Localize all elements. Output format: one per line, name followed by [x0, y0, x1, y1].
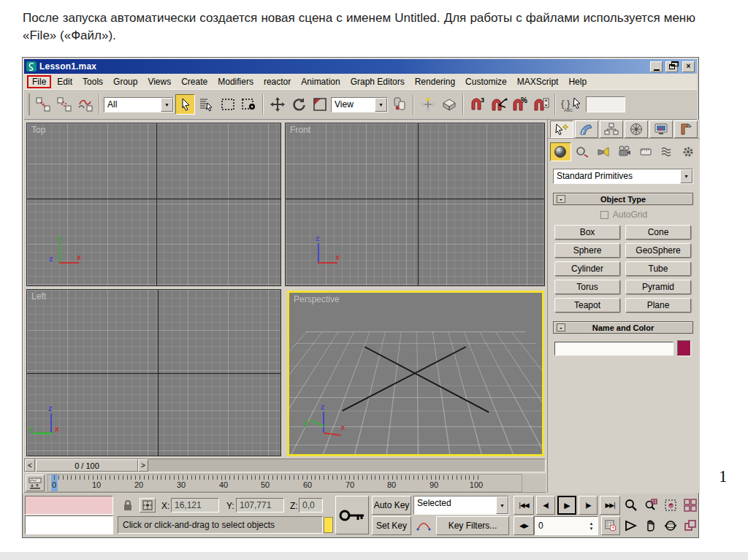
object-name-input[interactable]: [554, 342, 673, 356]
spinner-down-icon[interactable]: ▼: [589, 526, 594, 531]
menu-item-animation[interactable]: Animation: [296, 75, 345, 88]
track-bar-ruler[interactable]: 0 10 20 30 40 50 60 70 80 90 100: [47, 474, 522, 492]
cylinder-button[interactable]: Cylinder: [554, 261, 620, 276]
viewport-left-label[interactable]: Left: [31, 291, 46, 302]
field-of-view-button[interactable]: [622, 516, 641, 535]
menu-item-help[interactable]: Help: [563, 75, 592, 88]
menu-item-tools[interactable]: Tools: [77, 75, 108, 88]
time-slider-handle[interactable]: 0 / 100: [36, 459, 138, 472]
menu-item-group[interactable]: Group: [108, 75, 142, 88]
notification-icon[interactable]: [324, 517, 333, 533]
x-coord-field[interactable]: 16,121: [171, 498, 219, 513]
time-configuration-button[interactable]: [601, 516, 620, 535]
select-and-rotate-button[interactable]: [289, 94, 308, 115]
tab-motion[interactable]: [625, 120, 648, 138]
select-and-manipulate-button[interactable]: [418, 94, 438, 115]
edit-named-selections-button[interactable]: { }ABC: [560, 94, 584, 115]
menu-item-views[interactable]: Views: [142, 75, 176, 88]
collapse-icon[interactable]: -: [557, 195, 565, 203]
category-space-warps-button[interactable]: [657, 142, 676, 161]
unlink-button[interactable]: [54, 94, 74, 115]
go-to-start-button[interactable]: |◀◀: [514, 496, 534, 515]
category-helpers-button[interactable]: [636, 142, 655, 161]
key-mode-toggle[interactable]: ◀▶: [514, 516, 534, 535]
macro-recorder-line[interactable]: [25, 496, 113, 515]
use-center-button[interactable]: [389, 94, 409, 115]
z-coord-field[interactable]: 0,0: [299, 498, 323, 513]
zoom-extents-button[interactable]: [661, 496, 680, 515]
angle-snap-toggle-button[interactable]: [489, 94, 508, 115]
object-color-swatch[interactable]: [677, 340, 691, 356]
reference-coordinate-dropdown[interactable]: View ▼: [331, 97, 388, 112]
zoom-button[interactable]: [622, 496, 641, 515]
viewport-left[interactable]: Left z y x: [26, 289, 281, 456]
viewport-perspective-label[interactable]: Perspective: [294, 294, 340, 304]
dropdown-arrow-icon[interactable]: ▼: [496, 496, 508, 514]
close-button[interactable]: ×: [682, 61, 695, 72]
maxscript-listener-line[interactable]: [25, 515, 113, 534]
toolbar-drag-handle[interactable]: [28, 93, 30, 115]
spinner-up-icon[interactable]: ▲: [589, 521, 594, 526]
snap-toggle-button[interactable]: 3: [468, 94, 487, 115]
menu-item-customize[interactable]: Customize: [460, 75, 512, 88]
menu-item-reactor[interactable]: reactor: [259, 75, 296, 88]
zoom-extents-all-button[interactable]: [681, 496, 700, 515]
minimize-button[interactable]: [650, 61, 663, 72]
title-bar[interactable]: Lesson1.max ×: [24, 59, 697, 74]
restore-button[interactable]: [665, 61, 678, 72]
menu-item-edit[interactable]: Edit: [52, 75, 77, 88]
tab-hierarchy[interactable]: [600, 120, 623, 138]
window-crossing-toggle-button[interactable]: [239, 94, 259, 115]
menu-item-modifiers[interactable]: Modifiers: [213, 75, 259, 88]
tab-display[interactable]: [649, 120, 673, 138]
menu-item-file[interactable]: File: [27, 75, 51, 88]
teapot-button[interactable]: Teapot: [554, 298, 620, 312]
link-button[interactable]: [33, 94, 53, 115]
select-and-scale-button[interactable]: [310, 94, 329, 115]
dropdown-arrow-icon[interactable]: ▼: [375, 98, 387, 112]
selection-lock-toggle[interactable]: [120, 498, 136, 513]
set-keys-button[interactable]: [335, 496, 369, 534]
menu-item-create[interactable]: Create: [176, 75, 213, 88]
y-coord-field[interactable]: 107,771: [236, 498, 284, 513]
arc-rotate-button[interactable]: [661, 516, 680, 535]
track-bar[interactable]: 0 10 20 30 40 50 60 70 80 90 100: [24, 474, 546, 493]
menu-item-graph-editors[interactable]: Graph Editors: [346, 75, 410, 88]
default-in-out-tangents-button[interactable]: [413, 516, 433, 535]
menu-item-maxscript[interactable]: MAXScript: [512, 75, 564, 88]
next-frame-button[interactable]: |▶: [579, 496, 598, 515]
play-button[interactable]: ▶: [557, 496, 576, 515]
open-mini-curve-editor-button[interactable]: [26, 475, 45, 491]
autogrid-checkbox[interactable]: [600, 211, 608, 219]
pyramid-button[interactable]: Pyramid: [625, 280, 691, 294]
tube-button[interactable]: Tube: [625, 261, 691, 276]
min-max-toggle-button[interactable]: [681, 516, 700, 535]
tab-create[interactable]: [550, 120, 573, 138]
keyboard-override-toggle-button[interactable]: [439, 94, 459, 115]
previous-frame-arrow[interactable]: <: [25, 459, 35, 472]
torus-button[interactable]: Torus: [554, 280, 620, 294]
go-to-end-button[interactable]: ▶▶|: [600, 496, 620, 515]
plane-button[interactable]: Plane: [625, 298, 691, 312]
previous-frame-button[interactable]: ◀|: [536, 496, 555, 515]
select-and-move-button[interactable]: [267, 94, 287, 115]
next-frame-arrow[interactable]: >: [138, 459, 148, 472]
select-by-name-button[interactable]: [196, 94, 216, 115]
auto-key-button[interactable]: Auto Key: [372, 496, 411, 515]
category-cameras-button[interactable]: [615, 142, 635, 161]
tab-modify[interactable]: [575, 120, 598, 138]
category-geometry-button[interactable]: [550, 142, 571, 161]
dropdown-arrow-icon[interactable]: ▼: [680, 169, 692, 183]
viewport-front-label[interactable]: Front: [290, 125, 310, 135]
frame-spinner[interactable]: ▲▼: [587, 517, 596, 534]
rectangular-selection-region-button[interactable]: [218, 94, 237, 115]
category-shapes-button[interactable]: [573, 142, 592, 161]
viewport-top[interactable]: Top y x z: [26, 123, 281, 286]
named-selection-input[interactable]: [586, 96, 625, 112]
pan-button[interactable]: [641, 516, 660, 535]
object-type-rollout-header[interactable]: - Object Type: [553, 193, 693, 205]
viewport-top-label[interactable]: Top: [31, 125, 45, 135]
category-systems-button[interactable]: [678, 142, 698, 161]
key-filters-button[interactable]: Key Filters...: [436, 516, 509, 535]
percent-snap-toggle-button[interactable]: %: [510, 94, 530, 115]
